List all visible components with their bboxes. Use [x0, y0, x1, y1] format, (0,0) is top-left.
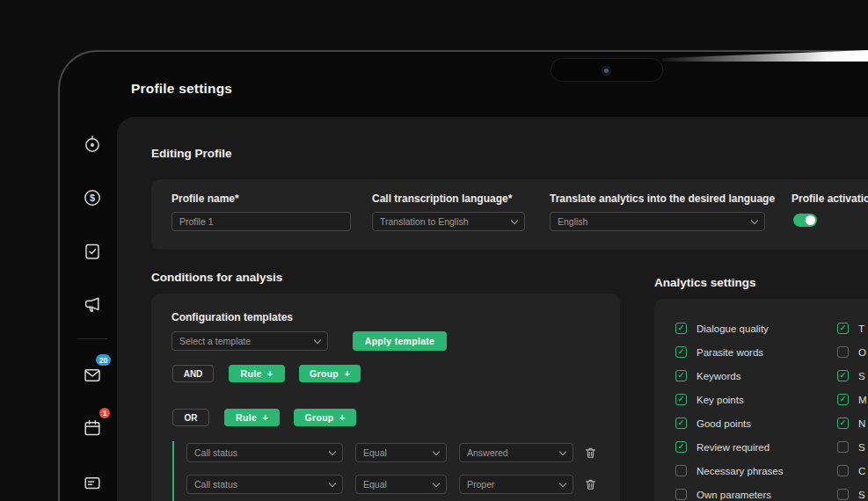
or-operator-button[interactable]: OR: [172, 409, 209, 426]
checkbox[interactable]: ✓: [675, 394, 687, 405]
checkbox[interactable]: ✓: [675, 418, 687, 429]
checkbox[interactable]: [837, 465, 849, 476]
screenshot-root: Profile settings $ 20 1: [0, 0, 868, 501]
chevron-down-icon: [751, 216, 758, 223]
checkbox[interactable]: [837, 441, 849, 453]
analytics-column-2: ✓TO✓S✓M✓NSCS: [837, 323, 867, 500]
select-value: Proper: [467, 479, 495, 490]
transcription-language-label: Call transcription language*: [372, 192, 512, 205]
analytics-option: ✓S: [837, 370, 867, 381]
analytics-option: ✓T: [837, 323, 867, 334]
dollar-icon: $: [82, 187, 103, 208]
rule-field-select[interactable]: Call status: [186, 443, 343, 462]
checkbox-label: T: [858, 323, 864, 334]
translate-language-select[interactable]: English: [550, 212, 765, 231]
apply-template-button[interactable]: Apply template: [353, 331, 447, 351]
and-operator-button[interactable]: AND: [172, 365, 214, 382]
checkbox-label: N: [858, 418, 865, 429]
sidebar-item-templates[interactable]: [82, 472, 103, 493]
profile-activation-toggle[interactable]: [793, 214, 817, 227]
checkbox-label: Keywords: [697, 371, 741, 381]
mail-icon: [82, 365, 103, 386]
card-lines-icon: [82, 472, 103, 493]
checkbox-label: M: [858, 395, 867, 405]
profile-name-label: Profile name*: [171, 192, 239, 205]
sidebar-item-inbox[interactable]: [82, 365, 103, 386]
checkbox[interactable]: ✓: [675, 370, 687, 381]
checkbox[interactable]: [837, 489, 849, 500]
select-value: Equal: [363, 479, 387, 490]
sidebar-item-billing[interactable]: $: [82, 187, 103, 208]
rule-field-select[interactable]: Call status: [186, 475, 343, 494]
delete-rule-icon[interactable]: [584, 446, 597, 460]
checkbox[interactable]: ✓: [837, 323, 849, 334]
rules-list: Call statusEqualAnsweredCall statusEqual…: [186, 443, 597, 494]
sidebar-item-target[interactable]: [82, 134, 103, 155]
checkbox-label: S: [858, 442, 865, 453]
add-rule-button[interactable]: Rule +: [229, 365, 285, 382]
checkbox[interactable]: ✓: [675, 441, 687, 453]
select-value: English: [558, 216, 587, 227]
transcription-language-select[interactable]: Translation to English: [372, 212, 525, 231]
inbox-count-badge: 20: [96, 354, 111, 366]
camera-icon: [602, 66, 611, 76]
checkbox-label: Dialogue quality: [697, 323, 769, 334]
sidebar-item-calendar[interactable]: [82, 418, 103, 439]
chevron-down-icon: [559, 479, 566, 486]
checkbox[interactable]: ✓: [675, 346, 687, 358]
checkbox-label: Necessary phrases: [697, 466, 783, 476]
condition-rule-row: Call statusEqualProper: [186, 475, 597, 494]
rule-operator-select[interactable]: Equal: [355, 443, 447, 462]
rule-group-indicator: [172, 441, 174, 501]
profile-name-input[interactable]: Profile 1: [171, 212, 351, 231]
analytics-option: S: [837, 441, 867, 453]
checkbox[interactable]: ✓: [837, 370, 849, 381]
analytics-card: ✓Dialogue quality✓Parasite words✓Keyword…: [654, 299, 868, 501]
checkbox-label: C: [858, 466, 865, 476]
checkbox-label: S: [858, 490, 865, 500]
toggle-knob: [806, 215, 815, 225]
add-group-button[interactable]: Group +: [299, 365, 361, 382]
delete-rule-icon[interactable]: [584, 477, 597, 491]
rule-operator-select[interactable]: Equal: [355, 475, 447, 494]
add-group-button[interactable]: Group +: [294, 409, 356, 426]
template-select[interactable]: Select a template: [171, 331, 328, 351]
checkbox[interactable]: [675, 465, 687, 476]
checkbox-label: Review required: [697, 442, 770, 453]
chevron-down-icon: [511, 216, 518, 223]
checkbox[interactable]: ✓: [837, 418, 849, 429]
select-value: Equal: [363, 447, 387, 458]
analytics-option: C: [837, 465, 867, 476]
analytics-option: ✓Good points: [675, 418, 783, 429]
analytics-option: S: [837, 489, 867, 500]
checkbox[interactable]: ✓: [837, 394, 849, 405]
condition-rule-row: Call statusEqualAnswered: [186, 443, 597, 462]
checkbox[interactable]: [837, 346, 849, 358]
checkbox-label: Own parameters: [697, 490, 771, 500]
add-rule-button[interactable]: Rule +: [224, 409, 280, 426]
configuration-templates-heading: Configuration templates: [171, 311, 293, 323]
sidebar-item-tasks[interactable]: [82, 241, 103, 262]
analytics-option: O: [837, 346, 867, 358]
checkbox[interactable]: [675, 489, 687, 500]
chevron-down-icon: [329, 447, 336, 454]
checkbox[interactable]: ✓: [675, 323, 687, 334]
sidebar-divider: [77, 338, 107, 339]
analytics-option: Own parameters: [675, 489, 783, 500]
sidebar-item-announcements[interactable]: [82, 294, 103, 315]
chevron-down-icon: [314, 336, 321, 343]
analytics-option: Necessary phrases: [675, 465, 783, 476]
chevron-down-icon: [433, 479, 440, 486]
analytics-option: ✓Review required: [675, 441, 783, 453]
target-icon: [82, 134, 103, 155]
rule-value-select[interactable]: Answered: [459, 443, 573, 462]
select-value: Select a template: [179, 336, 251, 346]
page-title: Profile settings: [131, 81, 232, 97]
checkbox-label: O: [858, 347, 866, 358]
select-value: Answered: [467, 447, 508, 458]
chevron-down-icon: [559, 447, 566, 454]
rule-value-select[interactable]: Proper: [459, 475, 573, 494]
svg-text:$: $: [90, 192, 95, 203]
profile-name-value: Profile 1: [179, 216, 214, 227]
conditions-card: Configuration templates Select a templat…: [151, 294, 620, 501]
